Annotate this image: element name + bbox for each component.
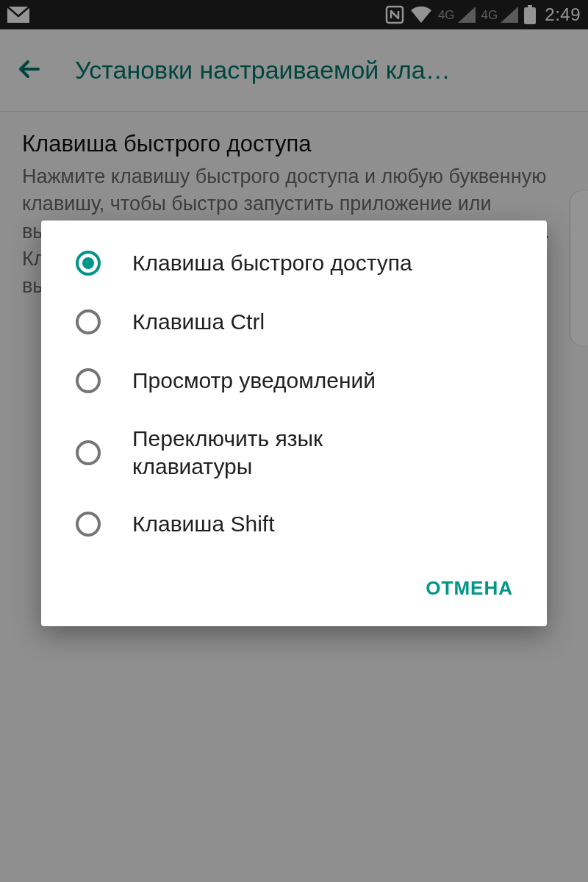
- option-ctrl-key[interactable]: Клавиша Ctrl: [41, 293, 547, 351]
- option-label: Клавиша быстрого доступа: [132, 249, 412, 277]
- option-label: Просмотр уведомлений: [132, 367, 376, 395]
- option-label: Клавиша Ctrl: [132, 308, 265, 336]
- radio-unselected-icon: [74, 509, 103, 539]
- svg-point-8: [77, 442, 99, 464]
- cancel-button[interactable]: ОТМЕНА: [414, 568, 525, 609]
- option-label: Переключить язык клавиатуры: [132, 425, 441, 480]
- screen: 4G 4G 2:49 Установки настраиваемой кла… …: [0, 0, 588, 882]
- option-switch-keyboard-language[interactable]: Переключить язык клавиатуры: [41, 410, 547, 495]
- radio-unselected-icon: [74, 438, 103, 467]
- radio-unselected-icon: [74, 307, 103, 337]
- svg-point-6: [77, 311, 99, 333]
- radio-selected-icon: [74, 248, 103, 278]
- svg-point-9: [77, 513, 99, 535]
- option-shift-key[interactable]: Клавиша Shift: [41, 495, 547, 553]
- dialog-actions: ОТМЕНА: [41, 553, 547, 626]
- svg-point-5: [82, 257, 94, 269]
- option-view-notifications[interactable]: Просмотр уведомлений: [41, 351, 547, 410]
- radio-unselected-icon: [74, 366, 103, 395]
- options-list: Клавиша быстрого доступа Клавиша Ctrl Пр…: [41, 234, 547, 553]
- svg-point-7: [77, 370, 99, 392]
- option-shortcut-key[interactable]: Клавиша быстрого доступа: [41, 234, 547, 293]
- option-label: Клавиша Shift: [132, 510, 274, 538]
- options-dialog: Клавиша быстрого доступа Клавиша Ctrl Пр…: [41, 220, 547, 626]
